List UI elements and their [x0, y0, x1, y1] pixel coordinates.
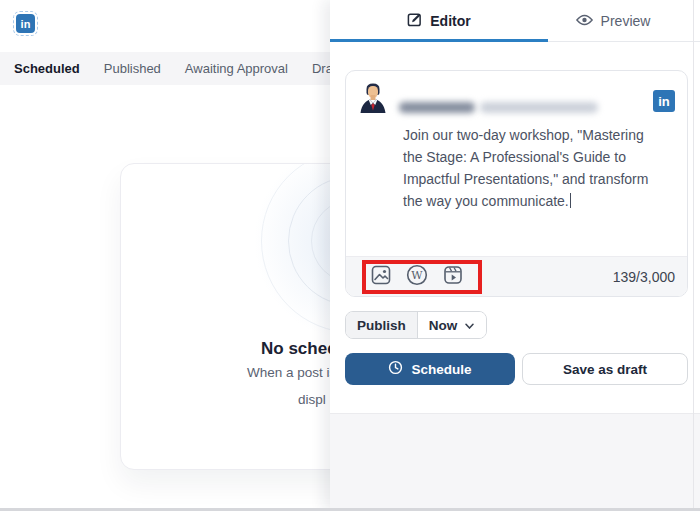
eye-icon [576, 13, 593, 29]
save-as-draft-button[interactable]: Save as draft [522, 353, 688, 385]
panel-footer-area [330, 413, 700, 511]
app-window: in Scheduled Published Awaiting Approval… [0, 0, 700, 511]
schedule-button[interactable]: Schedule [345, 353, 515, 385]
edit-icon [407, 12, 422, 30]
schedule-button-label: Schedule [411, 362, 471, 377]
tab-awaiting-approval[interactable]: Awaiting Approval [185, 61, 288, 76]
editor-preview-tabbar: Editor Preview [330, 0, 700, 42]
save-as-draft-label: Save as draft [563, 362, 647, 377]
tab-preview-label: Preview [601, 13, 651, 29]
tab-editor-label: Editor [430, 13, 470, 29]
linkedin-account-icon[interactable]: in [16, 14, 35, 33]
avatar [360, 83, 386, 117]
post-text-input[interactable]: Join our two-day workshop, "Mastering th… [403, 124, 658, 212]
empty-state-title: No sched [261, 339, 338, 359]
post-editor-card: in Join our two-day workshop, "Mastering… [345, 70, 688, 297]
post-text-content: Join our two-day workshop, "Mastering th… [403, 127, 648, 209]
panel-edge-divider [693, 0, 694, 511]
redacted-author-meta [480, 102, 598, 113]
clock-icon [388, 360, 403, 378]
tab-preview[interactable]: Preview [548, 0, 700, 41]
publish-label: Publish [346, 312, 418, 338]
tab-published[interactable]: Published [104, 61, 161, 76]
character-counter: 139/3,000 [613, 269, 687, 285]
tab-scheduled[interactable]: Scheduled [14, 61, 80, 76]
post-editor-panel: Editor Preview [330, 0, 700, 511]
redacted-author-name [399, 102, 475, 113]
linkedin-badge-icon: in [653, 90, 675, 112]
active-tab-underline [330, 39, 548, 42]
text-caret [570, 193, 572, 208]
publish-timing-dropdown[interactable]: Now [418, 312, 487, 338]
empty-state-description-line1: When a post is [247, 365, 336, 380]
chevron-down-icon [464, 318, 475, 333]
empty-state-description-line2: displ [298, 392, 326, 407]
tab-editor[interactable]: Editor [330, 0, 548, 41]
publish-timing-control: Publish Now [345, 311, 487, 339]
annotation-red-box [362, 260, 482, 294]
publish-timing-value: Now [429, 318, 458, 333]
